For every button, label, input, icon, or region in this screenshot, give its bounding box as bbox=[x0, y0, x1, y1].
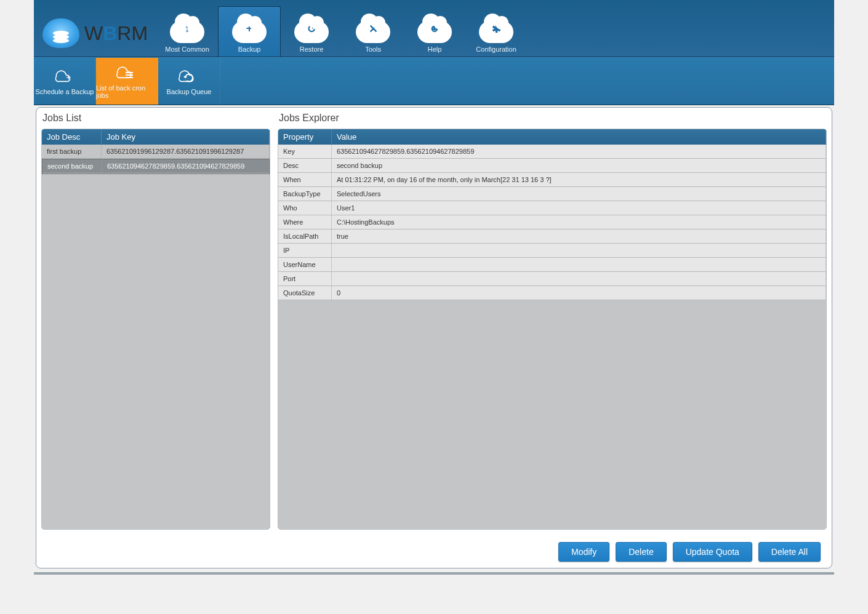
property-name-cell: Port bbox=[278, 272, 332, 286]
brand-text: WBRM bbox=[84, 22, 148, 45]
property-row[interactable]: QuotaSize0 bbox=[278, 286, 826, 300]
cloud-stack-icon bbox=[42, 18, 79, 48]
property-row[interactable]: Port bbox=[278, 272, 826, 286]
property-name-cell: Desc bbox=[278, 159, 332, 173]
topnav-label: Help bbox=[428, 46, 442, 53]
job-desc-cell: first backup bbox=[42, 145, 102, 159]
col-header-key[interactable]: Job Key bbox=[102, 129, 270, 145]
subnav-label: Backup Queue bbox=[167, 88, 212, 95]
jobs-explorer-title: Jobs Explorer bbox=[279, 113, 827, 124]
cloud-icon: + bbox=[232, 21, 267, 43]
cloud-icon: ☻ bbox=[417, 21, 452, 43]
jobs-explorer-grid[interactable]: Property Value Key635621094627829859.635… bbox=[278, 129, 827, 530]
topnav-label: Restore bbox=[300, 46, 324, 53]
col-header-desc[interactable]: Job Desc bbox=[42, 129, 102, 145]
property-name-cell: UserName bbox=[278, 258, 332, 272]
jobs-list-pane: Jobs List Job Desc Job Key first backup6… bbox=[41, 113, 270, 530]
property-value-cell: second backup bbox=[332, 159, 826, 173]
property-name-cell: Who bbox=[278, 201, 332, 215]
topnav-label: Backup bbox=[238, 46, 261, 53]
top-navbar: WBRM ↕Most Common+Backup↺Restore✕Tools☻H… bbox=[34, 0, 834, 57]
property-row[interactable]: Key635621094627829859.635621094627829859 bbox=[278, 145, 826, 159]
action-button-bar: Modify Delete Update Quota Delete All bbox=[558, 542, 821, 562]
topnav-label: Most Common bbox=[165, 46, 209, 53]
topnav-configuration[interactable]: ✱Configuration bbox=[465, 7, 527, 57]
cloud-icon: ↺ bbox=[294, 21, 329, 43]
job-desc-cell: second backup bbox=[42, 159, 102, 173]
cloud-icon: ✕ bbox=[356, 21, 390, 43]
property-name-cell: IsLocalPath bbox=[278, 229, 332, 244]
topnav-restore[interactable]: ↺Restore bbox=[281, 7, 342, 57]
cloud-icon: ✱ bbox=[479, 21, 513, 43]
brand-logo: WBRM bbox=[34, 18, 156, 57]
footer-divider bbox=[34, 572, 834, 575]
property-value-cell: C:\HostingBackups bbox=[332, 215, 826, 229]
property-value-cell: User1 bbox=[332, 201, 826, 215]
subnav-list-of-back-cron-jobs[interactable]: List of back cron jobs bbox=[96, 58, 158, 105]
jobs-list-row[interactable]: first backup635621091996129287.635621091… bbox=[42, 145, 270, 159]
property-value-cell bbox=[332, 244, 826, 258]
property-value-cell: true bbox=[332, 229, 826, 244]
delete-all-button[interactable]: Delete All bbox=[758, 542, 821, 562]
property-value-cell: 0 bbox=[332, 286, 826, 300]
update-quota-button[interactable]: Update Quota bbox=[673, 542, 752, 562]
property-value-cell bbox=[332, 272, 826, 286]
content-panel: Jobs List Job Desc Job Key first backup6… bbox=[36, 107, 832, 568]
subnav-icon bbox=[113, 63, 140, 82]
topnav-label: Configuration bbox=[476, 46, 516, 53]
property-row[interactable]: IP bbox=[278, 244, 826, 258]
property-value-cell: SelectedUsers bbox=[332, 187, 826, 201]
topnav-label: Tools bbox=[365, 46, 381, 53]
property-row[interactable]: Descsecond backup bbox=[278, 159, 826, 173]
job-key-cell: 635621094627829859.635621094627829859 bbox=[102, 159, 269, 173]
sub-navbar: +Schedule a BackupList of back cron jobs… bbox=[34, 57, 834, 105]
property-name-cell: Key bbox=[278, 145, 332, 159]
property-name-cell: QuotaSize bbox=[278, 286, 332, 300]
property-row[interactable]: WhoUser1 bbox=[278, 201, 826, 215]
jobs-explorer-pane: Jobs Explorer Property Value Key63562109… bbox=[278, 113, 827, 530]
property-row[interactable]: IsLocalPathtrue bbox=[278, 229, 826, 244]
subnav-label: Schedule a Backup bbox=[36, 88, 94, 95]
property-name-cell: IP bbox=[278, 244, 332, 258]
property-name-cell: When bbox=[278, 173, 332, 187]
topnav-tools[interactable]: ✕Tools bbox=[342, 7, 404, 57]
topnav-help[interactable]: ☻Help bbox=[404, 7, 465, 57]
topnav-backup[interactable]: +Backup bbox=[218, 6, 281, 57]
property-row[interactable]: WhereC:\HostingBackups bbox=[278, 215, 826, 229]
delete-button[interactable]: Delete bbox=[616, 542, 666, 562]
property-value-cell bbox=[332, 258, 826, 272]
cloud-icon: ↕ bbox=[170, 21, 204, 43]
subnav-backup-queue[interactable]: Backup Queue bbox=[158, 58, 220, 105]
svg-text:+: + bbox=[66, 72, 71, 82]
property-name-cell: BackupType bbox=[278, 187, 332, 201]
property-row[interactable]: BackupTypeSelectedUsers bbox=[278, 187, 826, 201]
jobs-list-grid[interactable]: Job Desc Job Key first backup63562109199… bbox=[41, 129, 270, 530]
property-row[interactable]: UserName bbox=[278, 258, 826, 272]
subnav-label: List of back cron jobs bbox=[96, 84, 158, 99]
property-row[interactable]: WhenAt 01:31:22 PM, on day 16 of the mon… bbox=[278, 173, 826, 187]
property-value-cell: At 01:31:22 PM, on day 16 of the month, … bbox=[332, 173, 826, 187]
subnav-schedule-a-backup[interactable]: +Schedule a Backup bbox=[34, 58, 96, 105]
job-key-cell: 635621091996129287.635621091996129287 bbox=[102, 145, 270, 159]
topnav-most-common[interactable]: ↕Most Common bbox=[156, 7, 218, 57]
jobs-list-title: Jobs List bbox=[42, 113, 270, 124]
modify-button[interactable]: Modify bbox=[558, 542, 609, 562]
col-header-property[interactable]: Property bbox=[278, 129, 332, 145]
subnav-icon: + bbox=[51, 67, 78, 86]
property-value-cell: 635621094627829859.635621094627829859 bbox=[332, 145, 826, 159]
jobs-list-row[interactable]: second backup635621094627829859.63562109… bbox=[42, 159, 270, 174]
subnav-icon bbox=[175, 67, 203, 86]
col-header-value[interactable]: Value bbox=[332, 129, 826, 145]
property-name-cell: Where bbox=[278, 215, 332, 229]
